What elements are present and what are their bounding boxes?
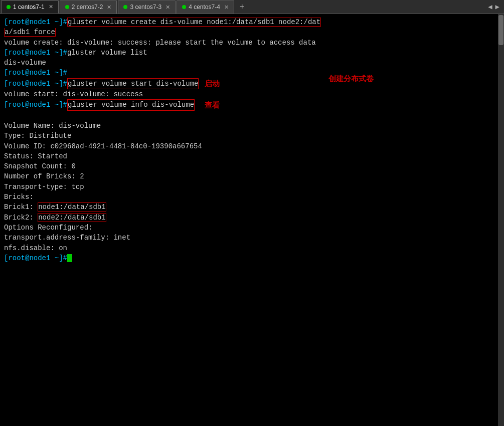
volume-name-line: Volume Name: dis-volume — [4, 121, 500, 131]
brick2-line: Brick2: node2:/data/sdb1 — [4, 212, 500, 223]
new-tab-button[interactable]: + — [236, 1, 248, 13]
blank-line — [4, 111, 500, 121]
tab-close-1[interactable]: ✕ — [49, 4, 53, 10]
volume-id-line: Volume ID: c02968ad-4921-4481-84c0-19390… — [4, 141, 500, 151]
brick1-value: node1:/data/sdb1 — [38, 203, 105, 211]
transport-text: Transport-type: tcp — [4, 183, 84, 191]
start-cmd-text: gluster volume start dis-volume — [68, 80, 198, 88]
final-prompt-line: [root@node1 ~]# — [4, 253, 500, 263]
tab-centos7-3[interactable]: 3 centos7-3 ✕ — [118, 1, 176, 14]
info-cmd-text: gluster volume info dis-volume — [68, 101, 194, 109]
create-cmd-box: gluster volume create dis-volume node1:/… — [67, 18, 321, 27]
status-text: Status: Started — [4, 152, 67, 160]
num-bricks-text: Number of Bricks: 2 — [4, 172, 84, 180]
transport-family-line: transport.address-family: inet — [4, 233, 500, 243]
create-cmd-text: gluster volume create dis-volume node1:/… — [68, 18, 320, 26]
transport-line: Transport-type: tcp — [4, 182, 500, 192]
list-cmd-text: gluster volume list — [67, 49, 147, 57]
brick2-value: node2:/data/sdb1 — [38, 214, 105, 222]
volume-create-success-text: volume create: dis-volume: success: plea… — [4, 39, 316, 47]
volume-start-success-line: volume start: dis-volume: success — [4, 89, 500, 99]
start-cmd-line: [root@node1 ~]#gluster volume start dis-… — [4, 78, 500, 89]
type-text: Type: Distribute — [4, 132, 71, 140]
volume-create-success-line: volume create: dis-volume: success: plea… — [4, 38, 500, 48]
nav-left-arrow[interactable]: ◀ — [486, 3, 493, 11]
tab-label-2: 2 centos7-2 — [72, 4, 103, 11]
brick1-label: Brick1: — [4, 203, 38, 211]
annotation-info: 查看 — [205, 100, 220, 111]
bricks-header-text: Bricks: — [4, 193, 34, 201]
info-cmd-line: [root@node1 ~]#gluster volume info dis-v… — [4, 99, 500, 110]
scrollbar[interactable] — [498, 14, 504, 426]
tab-centos7-4[interactable]: 4 centos7-4 ✕ — [177, 1, 234, 14]
create-cmd-line2: a/sdb1 force — [4, 27, 500, 37]
tab-label-1: 1 centos7-1 — [13, 4, 45, 11]
create-cmd-block: [root@node1 ~]#gluster volume create dis… — [4, 17, 500, 27]
create-cmd-box-line2: a/sdb1 force — [4, 28, 56, 37]
tab-label-4: 4 centos7-4 — [189, 4, 220, 11]
tab-dot-1 — [7, 5, 11, 9]
snapshot-line: Snapshot Count: 0 — [4, 161, 500, 171]
terminal-area[interactable]: [root@node1 ~]#gluster volume create dis… — [0, 14, 504, 426]
info-cmd-box: gluster volume info dis-volume — [67, 99, 195, 110]
start-cmd-box: gluster volume start dis-volume — [67, 78, 199, 89]
terminal-cursor — [67, 254, 72, 262]
num-bricks-line: Number of Bricks: 2 — [4, 171, 500, 181]
dis-volume-line: dis-volume — [4, 58, 500, 68]
prompt-list: [root@node1 ~]# — [4, 49, 67, 57]
tab-close-4[interactable]: ✕ — [224, 4, 229, 11]
dis-volume-text: dis-volume — [4, 59, 46, 67]
tab-close-2[interactable]: ✕ — [107, 4, 111, 11]
brick2-value-box: node2:/data/sdb1 — [38, 213, 106, 222]
tab-centos7-2[interactable]: 2 centos7-2 ✕ — [60, 1, 117, 14]
transport-family-text: transport.address-family: inet — [4, 234, 130, 242]
tab-bar: 1 centos7-1 ✕ 2 centos7-2 ✕ 3 centos7-3 … — [0, 0, 504, 14]
final-prompt-text: [root@node1 ~]# — [4, 254, 67, 262]
brick2-label: Brick2: — [4, 214, 38, 222]
tab-dot-2 — [65, 5, 69, 9]
brick1-line: Brick1: node1:/data/sdb1 — [4, 202, 500, 212]
snapshot-text: Snapshot Count: 0 — [4, 162, 76, 170]
list-cmd-line: [root@node1 ~]#gluster volume list — [4, 48, 500, 58]
status-line: Status: Started — [4, 151, 500, 161]
options-header-line: Options Reconfigured: — [4, 223, 500, 233]
tab-nav-arrows: ◀ ▶ — [486, 3, 503, 11]
options-header-text: Options Reconfigured: — [4, 224, 92, 232]
tab-dot-3 — [123, 5, 127, 9]
scrollbar-thumb[interactable] — [498, 15, 503, 45]
prompt-info: [root@node1 ~]# — [4, 100, 67, 110]
volume-name-text: Volume Name: dis-volume — [4, 122, 101, 130]
nfs-disable-line: nfs.disable: on — [4, 243, 500, 253]
prompt-empty: [root@node1 ~]# — [4, 69, 67, 77]
empty-prompt-line: [root@node1 ~]# — [4, 68, 500, 78]
nav-right-arrow[interactable]: ▶ — [494, 3, 501, 11]
tab-centos7-1[interactable]: 1 centos7-1 ✕ — [1, 1, 59, 14]
volume-start-success-text: volume start: dis-volume: success — [4, 90, 143, 98]
prompt-1: [root@node1 ~]# — [4, 18, 67, 26]
prompt-start: [root@node1 ~]# — [4, 79, 67, 89]
bricks-header-line: Bricks: — [4, 192, 500, 202]
annotation-start: 启动 — [205, 78, 220, 89]
tab-label-3: 3 centos7-3 — [130, 4, 161, 11]
type-line: Type: Distribute — [4, 131, 500, 141]
tab-dot-4 — [182, 5, 186, 9]
volume-id-text: Volume ID: c02968ad-4921-4481-84c0-19390… — [4, 142, 202, 150]
brick1-value-box: node1:/data/sdb1 — [38, 202, 106, 211]
nfs-disable-text: nfs.disable: on — [4, 244, 67, 252]
tab-close-3[interactable]: ✕ — [165, 4, 170, 11]
